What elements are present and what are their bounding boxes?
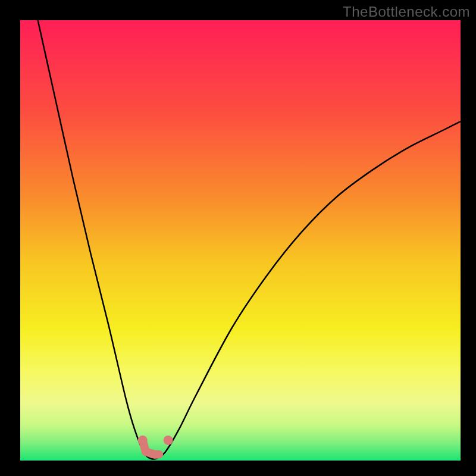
svg-point-4 <box>164 436 173 445</box>
marker-cluster <box>138 436 173 455</box>
chart-frame: TheBottleneck.com <box>0 0 476 476</box>
svg-point-5 <box>138 436 148 445</box>
bottleneck-curve <box>38 20 461 459</box>
watermark-text: TheBottleneck.com <box>343 4 470 20</box>
curve-layer <box>20 20 461 461</box>
plot-area <box>20 20 461 461</box>
